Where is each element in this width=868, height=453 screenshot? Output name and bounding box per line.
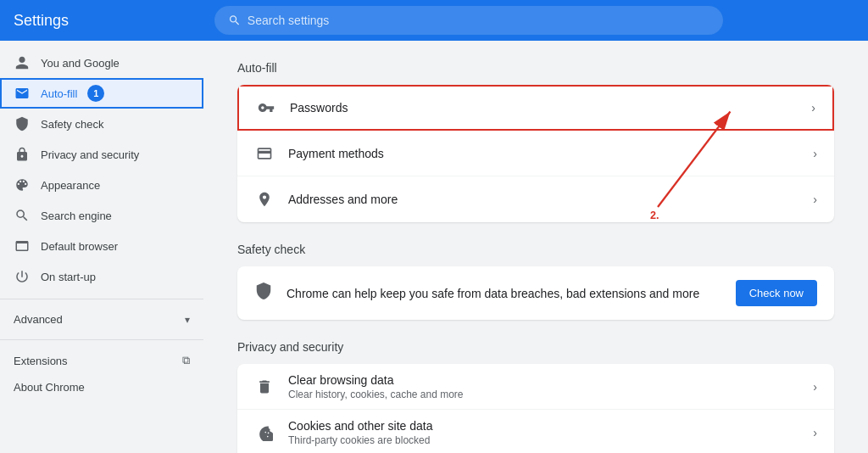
magnify-icon: [14, 207, 31, 224]
autofill-icon: [14, 85, 31, 102]
search-input[interactable]: [248, 14, 709, 27]
addresses-chevron: ›: [813, 193, 817, 206]
external-link-icon: ⧉: [182, 354, 190, 367]
header: Settings: [0, 0, 868, 41]
clear-browsing-label: Clear browsing data: [288, 373, 813, 387]
autofill-card: Passwords › Payment methods › Addres: [237, 85, 834, 222]
addresses-label: Addresses and more: [288, 193, 813, 206]
passwords-item[interactable]: Passwords ›: [237, 85, 834, 131]
sidebar-label-on-startup: On start-up: [41, 271, 96, 283]
sidebar-label-privacy: Privacy and security: [41, 148, 139, 161]
sidebar-item-on-startup[interactable]: On start-up: [0, 261, 197, 292]
clear-browsing-sub: Clear history, cookies, cache and more: [288, 389, 813, 400]
passwords-chevron: ›: [811, 101, 815, 115]
sidebar-item-appearance[interactable]: Appearance: [0, 170, 197, 200]
sidebar-label-appearance: Appearance: [41, 179, 100, 192]
cookies-chevron: ›: [813, 426, 817, 439]
trash-icon: [254, 377, 275, 397]
shield-icon: [14, 115, 31, 132]
safety-shield-icon: [254, 282, 273, 305]
sidebar-label-auto-fill: Auto-fill: [41, 87, 77, 100]
clear-browsing-text: Clear browsing data Clear history, cooki…: [288, 373, 813, 400]
sidebar-label-safety-check: Safety check: [41, 118, 103, 131]
cookie-icon: [254, 422, 275, 443]
sidebar-label-default-browser: Default browser: [41, 240, 118, 253]
sidebar-advanced[interactable]: Advanced ▾: [0, 306, 203, 333]
header-title: Settings: [14, 12, 69, 30]
power-icon: [14, 268, 31, 285]
privacy-card: Clear browsing data Clear history, cooki…: [237, 364, 834, 453]
autofill-card-container: Passwords › Payment methods › Addres: [237, 85, 834, 222]
browser-icon: [14, 238, 31, 254]
location-pin-icon: [254, 189, 275, 210]
main-layout: You and Google Auto-fill 1 Safety check …: [0, 41, 868, 453]
safety-check-title: Safety check: [237, 243, 834, 256]
sidebar-item-you-and-google[interactable]: You and Google: [0, 48, 197, 78]
search-icon: [228, 14, 241, 27]
sidebar: You and Google Auto-fill 1 Safety check …: [0, 41, 203, 453]
payment-label: Payment methods: [288, 147, 813, 160]
key-icon: [256, 98, 276, 118]
sidebar-label-search-engine: Search engine: [41, 210, 112, 222]
cookies-sub: Third-party cookies are blocked: [288, 434, 813, 446]
cookies-text: Cookies and other site data Third-party …: [288, 419, 813, 446]
sidebar-item-auto-fill[interactable]: Auto-fill 1: [0, 78, 203, 109]
credit-card-icon: [254, 143, 275, 164]
sidebar-label-advanced: Advanced: [14, 313, 63, 326]
sidebar-divider-2: [0, 339, 203, 340]
cookies-label: Cookies and other site data: [288, 419, 813, 433]
sidebar-item-search-engine[interactable]: Search engine: [0, 200, 197, 231]
main-content: Auto-fill Passwords › Payment methods: [203, 41, 868, 453]
sidebar-item-safety-check[interactable]: Safety check: [0, 109, 197, 139]
check-now-button[interactable]: Check now: [736, 280, 817, 306]
safety-description: Chrome can help keep you safe from data …: [287, 287, 722, 300]
step-1-badge: 1: [87, 85, 104, 102]
cookies-item[interactable]: Cookies and other site data Third-party …: [237, 410, 834, 453]
autofill-section-title: Auto-fill: [237, 61, 834, 75]
expand-arrow-icon: ▾: [185, 314, 190, 326]
clear-browsing-item[interactable]: Clear browsing data Clear history, cooki…: [237, 364, 834, 410]
sidebar-extensions[interactable]: Extensions ⧉: [0, 347, 203, 374]
payment-chevron: ›: [813, 147, 817, 160]
safety-check-card: Chrome can help keep you safe from data …: [237, 266, 834, 320]
person-icon: [14, 54, 31, 71]
sidebar-label-extensions: Extensions: [14, 355, 68, 367]
sidebar-label-you-and-google: You and Google: [41, 57, 120, 70]
sidebar-item-privacy-security[interactable]: Privacy and security: [0, 139, 197, 170]
sidebar-divider-1: [0, 299, 203, 299]
clear-browsing-chevron: ›: [813, 380, 817, 394]
sidebar-about[interactable]: About Chrome: [0, 374, 203, 400]
search-bar[interactable]: [214, 6, 723, 35]
passwords-label: Passwords: [290, 101, 811, 115]
payment-methods-item[interactable]: Payment methods ›: [237, 131, 834, 176]
palette-icon: [14, 176, 31, 193]
lock-icon: [14, 146, 31, 163]
addresses-item[interactable]: Addresses and more ›: [237, 176, 834, 222]
sidebar-label-about: About Chrome: [14, 381, 85, 394]
privacy-section-title: Privacy and security: [237, 340, 834, 354]
sidebar-item-default-browser[interactable]: Default browser: [0, 231, 197, 261]
